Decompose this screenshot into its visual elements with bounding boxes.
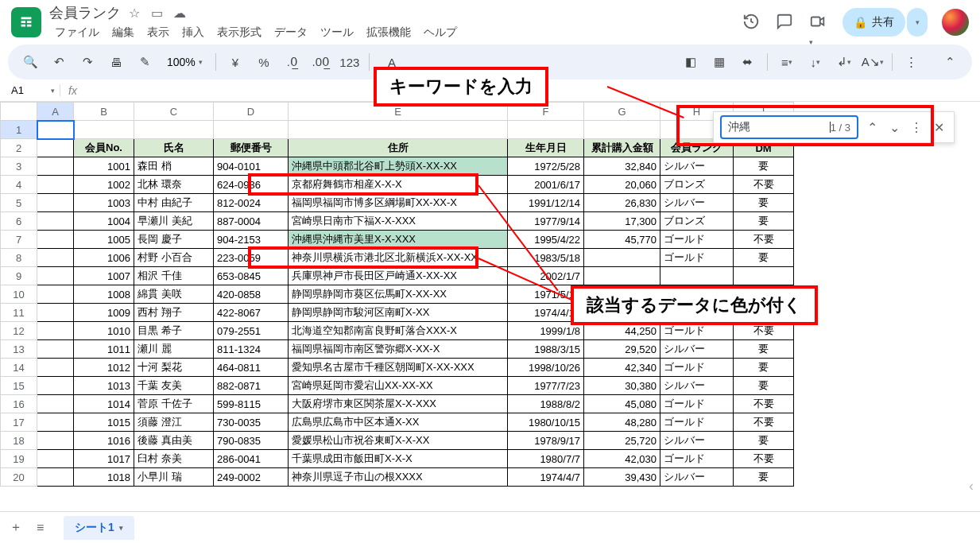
callout-keyword: キーワードを入力 xyxy=(374,67,548,107)
col-header-A[interactable]: A xyxy=(37,103,74,121)
borders-icon[interactable]: ▦ xyxy=(708,51,730,73)
menubar: ファイル 編集 表示 挿入 表示形式 データ ツール 拡張機能 ヘルプ xyxy=(49,22,463,41)
find-next-icon[interactable]: ⌄ xyxy=(885,118,903,136)
fill-color-icon[interactable]: ◧ xyxy=(680,51,702,73)
table-row: 13 1011 瀬川 麗 811-1324 福岡県福岡市南区警弥郷X-XX-X … xyxy=(1,340,794,359)
decrease-decimal[interactable]: .0̲ xyxy=(281,51,304,73)
search-icon[interactable]: 🔍 xyxy=(19,51,41,73)
menu-file[interactable]: ファイル xyxy=(49,24,105,41)
lock-icon: 🔒 xyxy=(854,16,867,29)
sheet-tab-1[interactable]: シート1▾ xyxy=(64,516,134,540)
table-row: 15 1013 千葉 友美 882-0871 宮崎県延岡市愛宕山XX-XX-XX… xyxy=(1,377,794,395)
scroll-left-icon[interactable]: ‹ xyxy=(969,478,974,495)
col-header-D[interactable]: D xyxy=(214,103,289,121)
table-row: 3 1001 森田 梢 904-0101 沖縄県中頭郡北谷町上勢頭X-XX-XX… xyxy=(1,157,794,176)
fx-icon: fx xyxy=(60,84,85,97)
row-header-1[interactable]: 1 xyxy=(1,121,37,139)
more-toolbar-icon[interactable]: ⋮ xyxy=(901,51,923,73)
table-row: 7 1005 長岡 慶子 904-2153 沖縄県沖縄市美里X-X-XXX 19… xyxy=(1,231,794,249)
vertical-align-icon[interactable]: ↓▾ xyxy=(804,51,827,73)
cell-A1[interactable] xyxy=(37,121,74,139)
meet-icon[interactable]: ▾ xyxy=(809,13,828,32)
find-bar: 沖縄 1 / 3 ⌃ ⌄ ⋮ ✕ xyxy=(713,111,955,143)
share-label: 共有 xyxy=(872,15,894,29)
horizontal-align-icon[interactable]: ≡▾ xyxy=(776,51,798,73)
increase-decimal[interactable]: .00̲ xyxy=(310,51,332,73)
table-row: 17 1015 須藤 澄江 730-0035 広島県広島市中区本通X-XX 19… xyxy=(1,413,794,432)
find-prev-icon[interactable]: ⌃ xyxy=(863,118,881,136)
svg-rect-0 xyxy=(812,17,820,26)
table-row: 8 1006 村野 小百合 223-0059 神奈川県横浜市港北区北新横浜X-X… xyxy=(1,249,794,267)
redo-icon[interactable]: ↷ xyxy=(76,51,99,73)
callout-highlight: 該当するデータに色が付く xyxy=(571,285,818,325)
table-row: 6 1004 早瀬川 美紀 887-0004 宮崎県日南市下福X-X-XXX 1… xyxy=(1,212,794,231)
table-row: 14 1012 十河 梨花 464-0811 愛知県名古屋市千種区朝岡町X-XX… xyxy=(1,359,794,377)
add-sheet-icon[interactable]: ＋ xyxy=(10,519,25,536)
titlebar: 会員ランク ☆ ▭ ☁ ファイル 編集 表示 挿入 表示形式 データ ツール 拡… xyxy=(0,0,980,45)
share-button[interactable]: 🔒 共有 xyxy=(842,8,905,37)
zoom-dropdown[interactable]: 100%▾ xyxy=(162,56,207,68)
number-format[interactable]: 123 xyxy=(339,51,361,73)
paint-format-icon[interactable]: ✎ xyxy=(134,51,156,73)
col-header-C[interactable]: C xyxy=(134,103,214,121)
menu-tools[interactable]: ツール xyxy=(315,24,359,41)
percent-format[interactable]: % xyxy=(253,51,275,73)
table-row: 9 1007 相沢 千佳 653-0845 兵庫県神戸市長田区戸崎通X-XX-X… xyxy=(1,267,794,285)
table-row: 5 1003 中村 由紀子 812-0024 福岡県福岡市博多区綱場町XX-XX… xyxy=(1,194,794,212)
document-title[interactable]: 会員ランク xyxy=(49,3,121,22)
text-wrap-icon[interactable]: ↲▾ xyxy=(833,51,855,73)
find-close-icon[interactable]: ✕ xyxy=(930,118,947,136)
find-input[interactable]: 沖縄 1 / 3 xyxy=(720,115,858,139)
text-rotation-icon[interactable]: A↘▾ xyxy=(862,51,884,73)
menu-data[interactable]: データ xyxy=(269,24,313,41)
table-row: 20 1018 小早川 瑞 249-0002 神奈川県逗子市山の根XXXX 19… xyxy=(1,468,794,487)
sheets-app-icon[interactable] xyxy=(11,7,41,37)
find-count: 1 / 3 xyxy=(831,122,850,134)
menu-extensions[interactable]: 拡張機能 xyxy=(361,24,416,41)
table-row: 16 1014 菅原 千佐子 599-8115 大阪府堺市東区関茶屋X-X-XX… xyxy=(1,395,794,413)
menu-help[interactable]: ヘルプ xyxy=(418,24,463,41)
col-header-B[interactable]: B xyxy=(74,103,134,121)
history-icon[interactable] xyxy=(742,13,761,32)
collapse-toolbar-icon[interactable]: ⌃ xyxy=(939,51,961,73)
all-sheets-icon[interactable]: ≡ xyxy=(37,521,52,535)
merge-icon[interactable]: ⬌ xyxy=(737,51,759,73)
menu-view[interactable]: 表示 xyxy=(141,24,175,41)
menu-insert[interactable]: 挿入 xyxy=(176,24,210,41)
menu-format[interactable]: 表示形式 xyxy=(211,24,267,41)
print-icon[interactable]: 🖶 xyxy=(105,51,127,73)
move-folder-icon[interactable]: ▭ xyxy=(151,6,165,20)
name-box[interactable]: A1▾ xyxy=(6,84,60,96)
table-row: 4 1002 北林 環奈 624-0936 京都府舞鶴市相産X-X-X 2001… xyxy=(1,176,794,194)
sheet-tabs: ＋ ≡ シート1▾ xyxy=(0,511,980,543)
share-dropdown[interactable]: ▾ xyxy=(907,8,928,37)
cloud-save-icon[interactable]: ☁ xyxy=(173,6,188,20)
col-header-G[interactable]: G xyxy=(584,103,660,121)
find-more-icon[interactable]: ⋮ xyxy=(908,118,925,136)
menu-edit[interactable]: 編集 xyxy=(107,24,140,41)
table-row: 19 1017 臼村 奈美 286-0041 千葉県成田市飯田町X-X-X 19… xyxy=(1,450,794,468)
star-icon[interactable]: ☆ xyxy=(129,6,143,20)
currency-format[interactable]: ¥ xyxy=(224,51,246,73)
spreadsheet-grid[interactable]: ABCDEFGHI12 会員No. 氏名 郵便番号 住所 生年月日 累計購入金額… xyxy=(0,102,980,531)
undo-icon[interactable]: ↶ xyxy=(48,51,70,73)
comment-icon[interactable] xyxy=(776,13,795,32)
table-row: 18 1016 後藤 真由美 790-0835 愛媛県松山市祝谷東町X-X-XX… xyxy=(1,432,794,450)
account-avatar[interactable] xyxy=(942,9,969,36)
